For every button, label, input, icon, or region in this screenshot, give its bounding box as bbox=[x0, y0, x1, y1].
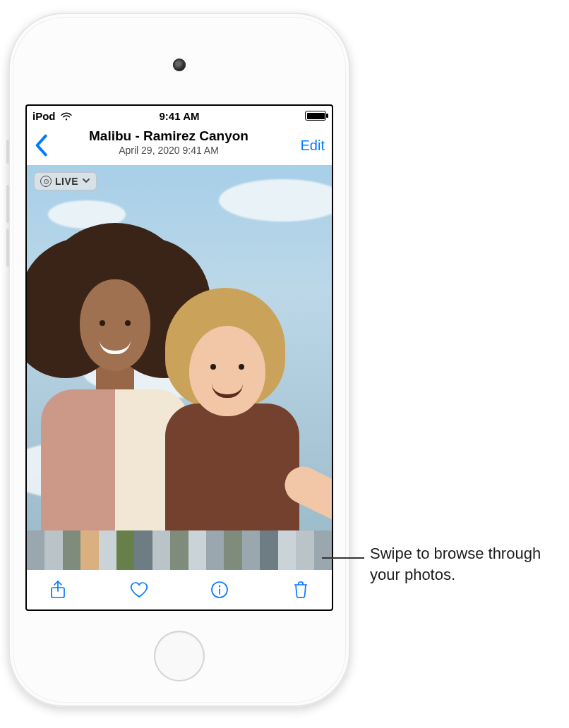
callout-annotation: Swipe to browse through your photos. bbox=[353, 543, 562, 585]
volume-down-button[interactable] bbox=[6, 229, 9, 267]
live-label: LIVE bbox=[55, 176, 78, 187]
carrier-label: iPod bbox=[32, 110, 56, 122]
thumbnail[interactable] bbox=[63, 530, 80, 570]
ipod-device-frame: iPod 9:41 AM Malibu - Ramirez Canyon bbox=[8, 13, 350, 707]
bottom-toolbar bbox=[27, 570, 332, 609]
nav-subtitle: April 29, 2020 9:41 AM bbox=[55, 145, 282, 156]
favorite-button[interactable] bbox=[125, 576, 153, 604]
thumbnail[interactable] bbox=[134, 530, 152, 570]
front-camera bbox=[173, 59, 186, 71]
lock-button[interactable] bbox=[6, 140, 9, 164]
info-icon bbox=[210, 580, 229, 600]
thumbnail[interactable] bbox=[99, 530, 116, 570]
info-button[interactable] bbox=[205, 576, 234, 604]
thumbnail[interactable] bbox=[27, 530, 44, 570]
thumbnail[interactable] bbox=[152, 530, 170, 570]
thumbnail[interactable] bbox=[188, 530, 206, 570]
thumbnail[interactable] bbox=[80, 530, 98, 570]
callout-text: Swipe to browse through your photos. bbox=[353, 543, 562, 585]
status-time: 9:41 AM bbox=[27, 110, 332, 122]
nav-bar: Malibu - Ramirez Canyon April 29, 2020 9… bbox=[27, 126, 332, 165]
trash-icon bbox=[291, 580, 311, 600]
thumbnail[interactable] bbox=[116, 530, 134, 570]
wifi-icon bbox=[60, 109, 73, 122]
edit-button[interactable]: Edit bbox=[301, 138, 325, 154]
thumbnail[interactable] bbox=[170, 530, 188, 570]
back-button[interactable] bbox=[34, 134, 48, 157]
photo-content bbox=[219, 179, 332, 222]
chevron-down-icon bbox=[82, 176, 90, 187]
thumbnail[interactable] bbox=[242, 530, 260, 570]
svg-point-3 bbox=[219, 586, 220, 587]
thumbnail[interactable] bbox=[44, 530, 62, 570]
thumbnail[interactable] bbox=[260, 530, 277, 570]
thumbnail[interactable] bbox=[278, 530, 296, 570]
heart-icon bbox=[129, 580, 149, 600]
photo-content bbox=[165, 288, 299, 530]
thumbnail-scrubber[interactable] bbox=[27, 530, 332, 570]
volume-up-button[interactable] bbox=[6, 185, 9, 223]
live-photo-icon bbox=[40, 176, 52, 187]
chevron-left-icon bbox=[34, 134, 48, 157]
share-button[interactable] bbox=[44, 576, 72, 604]
thumbnail[interactable] bbox=[224, 530, 241, 570]
thumbnail[interactable] bbox=[206, 530, 224, 570]
share-icon bbox=[48, 580, 68, 600]
nav-title: Malibu - Ramirez Canyon bbox=[55, 128, 282, 144]
live-photo-badge[interactable]: LIVE bbox=[34, 172, 97, 190]
status-bar: iPod 9:41 AM bbox=[27, 106, 332, 126]
thumbnail[interactable] bbox=[296, 530, 313, 570]
delete-button[interactable] bbox=[287, 576, 315, 604]
photo-viewer[interactable]: LIVE bbox=[27, 165, 332, 530]
callout-leader-line bbox=[322, 557, 364, 559]
screen: iPod 9:41 AM Malibu - Ramirez Canyon bbox=[25, 104, 333, 611]
home-button[interactable] bbox=[154, 631, 205, 681]
thumbnail[interactable] bbox=[314, 530, 332, 570]
battery-icon bbox=[305, 111, 326, 121]
